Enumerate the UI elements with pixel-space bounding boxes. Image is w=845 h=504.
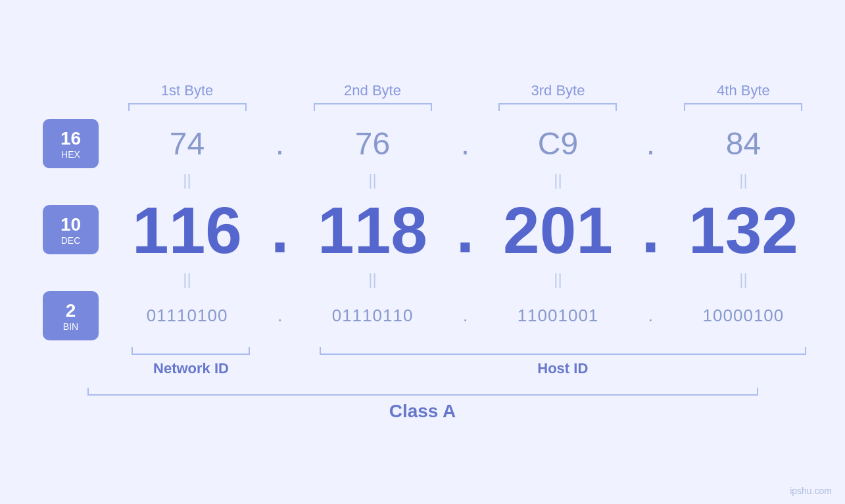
eq-1: || <box>183 171 191 189</box>
bin-val-2: 01110110 <box>332 306 414 326</box>
dec-badge: 10 DEC <box>43 205 99 254</box>
bin-dot-3: . <box>648 306 653 326</box>
equal-row-1: || || || || <box>26 171 819 189</box>
dec-val-3: 201 <box>503 197 613 263</box>
bin-dot-2: . <box>463 306 468 326</box>
bracket-top-2 <box>314 103 432 111</box>
hex-val-3: C9 <box>538 126 578 162</box>
byte-col-2: 2nd Byte <box>297 82 448 111</box>
bin-dot-1: . <box>278 306 282 326</box>
hex-val-4: 84 <box>726 126 761 162</box>
bracket-top-1 <box>128 103 247 111</box>
byte-labels-row: 1st Byte 2nd Byte 3rd Byte 4th Byte <box>26 82 819 111</box>
bin-row: 2 BIN 01110100 . 01110110 . 11001001 . 1… <box>26 291 819 340</box>
dec-base-label: DEC <box>61 235 81 246</box>
byte-col-4: 4th Byte <box>668 82 819 111</box>
class-row: Class A <box>26 388 819 422</box>
dec-val-1: 116 <box>132 197 242 263</box>
hex-dot-3: . <box>646 126 655 162</box>
hex-row: 16 HEX 74 . 76 . C9 . 84 <box>26 119 819 168</box>
hex-val-1: 74 <box>170 126 205 162</box>
eq-6: || <box>368 270 376 288</box>
byte-label-2: 2nd Byte <box>344 82 401 99</box>
dec-dot-2: . <box>456 192 475 267</box>
hex-dot-2: . <box>461 126 470 162</box>
hex-base-number: 16 <box>60 127 81 150</box>
host-id-col: Host ID <box>307 347 819 377</box>
bin-base-label: BIN <box>63 321 78 332</box>
eq-4: || <box>739 171 747 189</box>
dec-dot-3: . <box>642 192 660 267</box>
bin-val-4: 10000100 <box>703 306 785 326</box>
network-id-label: Network ID <box>153 360 229 377</box>
bin-badge: 2 BIN <box>43 291 99 340</box>
id-section-row: Network ID Host ID <box>26 347 819 377</box>
dec-val-4: 132 <box>688 197 798 263</box>
byte-col-1: 1st Byte <box>112 82 262 111</box>
byte-label-1: 1st Byte <box>161 82 213 99</box>
class-bracket <box>87 388 758 396</box>
host-bracket <box>320 347 806 355</box>
hex-val-2: 76 <box>355 126 390 162</box>
bin-val-3: 11001001 <box>518 306 599 326</box>
bin-val-1: 01110100 <box>147 306 228 326</box>
dec-dot-1: . <box>271 192 289 267</box>
byte-col-3: 3rd Byte <box>483 82 633 111</box>
network-bracket <box>132 347 250 355</box>
dec-row: 10 DEC 116 . 118 . 201 . 132 <box>26 192 819 267</box>
watermark: ipshu.com <box>790 486 832 496</box>
eq-5: || <box>183 270 191 288</box>
byte-label-3: 3rd Byte <box>531 82 585 99</box>
bracket-top-3 <box>498 103 617 111</box>
class-label: Class A <box>389 401 456 422</box>
network-id-col: Network ID <box>112 347 270 377</box>
dec-base-number: 10 <box>60 214 81 236</box>
equal-row-2: || || || || <box>26 270 819 288</box>
hex-badge: 16 HEX <box>43 119 99 168</box>
hex-dot-1: . <box>276 126 284 162</box>
eq-7: || <box>554 270 562 288</box>
eq-2: || <box>368 171 376 189</box>
host-id-label: Host ID <box>537 360 588 377</box>
eq-8: || <box>739 270 747 288</box>
bin-base-number: 2 <box>66 300 76 322</box>
bracket-top-4 <box>684 103 802 111</box>
main-container: 1st Byte 2nd Byte 3rd Byte 4th Byte 16 H… <box>0 0 845 504</box>
hex-base-label: HEX <box>61 149 80 160</box>
dec-val-2: 118 <box>318 197 427 263</box>
eq-3: || <box>554 171 562 189</box>
byte-label-4: 4th Byte <box>717 82 770 99</box>
